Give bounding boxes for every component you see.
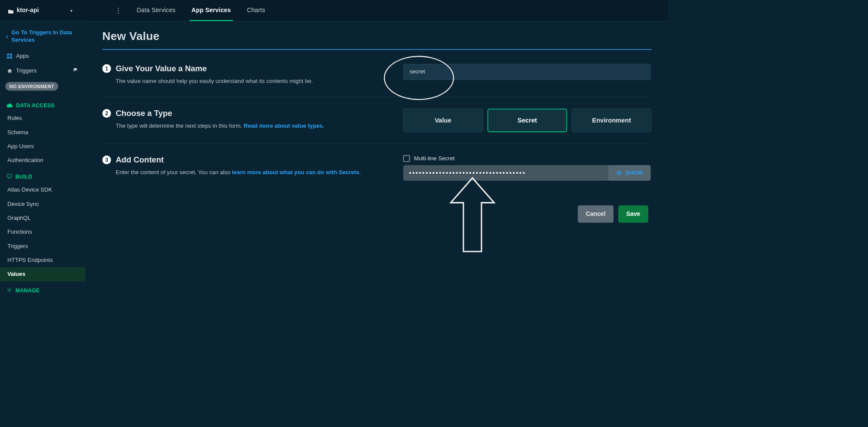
sidebar-item-authentication[interactable]: Authentication [0, 153, 85, 167]
type-option-environment[interactable]: Environment [572, 109, 651, 132]
section-manage: MANAGE [0, 281, 85, 296]
project-name: ktor-api [17, 7, 39, 14]
topbar: ktor-api ▼ ⋮ Data Services App Services … [0, 0, 668, 21]
svg-rect-4 [7, 174, 11, 177]
svg-rect-1 [10, 53, 12, 56]
main-content: New Value 1 Give Your Value a Name The v… [86, 21, 668, 329]
sidebar-item-triggers[interactable]: Triggers [0, 239, 85, 253]
svg-rect-0 [7, 53, 9, 56]
form-actions: Cancel Save [102, 205, 652, 223]
step-1: 1 Give Your Value a Name The value name … [102, 53, 652, 97]
type-selector: Value Secret Environment [403, 109, 652, 132]
step-1-title: Give Your Value a Name [116, 64, 389, 73]
sidebar-item-https-endpoints[interactable]: HTTPS Endpoints [0, 253, 85, 267]
folder-icon [8, 8, 14, 13]
sidebar: ‹ Go To Triggers In Data Services Apps T… [0, 21, 86, 329]
chevron-down-icon: ▼ [69, 9, 73, 13]
sidebar-item-device-sync[interactable]: Device Sync [0, 197, 85, 211]
step-3: 3 Add Content Enter the content of your … [102, 144, 652, 192]
cloud-icon [7, 103, 13, 109]
top-tabs: Data Services App Services Charts [135, 0, 267, 21]
tab-charts[interactable]: Charts [245, 0, 267, 21]
chevron-left-icon: ‹ [6, 33, 8, 41]
step-2-desc: The type will determine the next steps i… [116, 122, 389, 130]
sidebar-item-triggers-root[interactable]: Triggers [0, 63, 85, 79]
checkbox-icon [403, 155, 410, 162]
sidebar-item-schema[interactable]: Schema [0, 126, 85, 139]
type-option-secret[interactable]: Secret [488, 109, 567, 132]
step-badge-3: 3 [102, 156, 111, 164]
sidebar-item-values[interactable]: Values [0, 267, 85, 281]
step-2-title: Choose a Type [116, 109, 389, 118]
sidebar-item-functions[interactable]: Functions [0, 225, 85, 239]
more-menu[interactable]: ⋮ [110, 6, 127, 15]
sidebar-item-atlas-sdk[interactable]: Atlas Device SDK [0, 183, 85, 197]
show-label: SHOW [626, 170, 643, 176]
secrets-learn-more-link[interactable]: learn more about what you can do with Se… [232, 169, 359, 175]
value-types-link[interactable]: Read more about value types [244, 122, 323, 129]
show-secret-button[interactable]: SHOW [609, 165, 651, 180]
tab-data-services[interactable]: Data Services [135, 0, 178, 21]
sidebar-item-label: Triggers [16, 68, 37, 74]
multiline-checkbox[interactable]: Multi-line Secret [403, 155, 652, 162]
page-title: New Value [102, 30, 652, 43]
step-2: 2 Choose a Type The type will determine … [102, 97, 652, 144]
monitor-icon [7, 174, 12, 180]
gear-icon [7, 287, 12, 294]
environment-badge: NO ENVIRONMENT [5, 82, 58, 91]
tab-app-services[interactable]: App Services [189, 0, 233, 21]
save-button[interactable]: Save [618, 205, 648, 223]
sidebar-item-rules[interactable]: Rules [0, 111, 85, 125]
sidebar-item-app-users[interactable]: App Users [0, 139, 85, 153]
home-icon [7, 68, 13, 74]
back-label: Go To Triggers In Data Services [11, 29, 79, 44]
svg-rect-3 [10, 56, 12, 59]
svg-point-6 [618, 172, 620, 173]
svg-rect-2 [7, 56, 9, 59]
sidebar-item-graphql[interactable]: GraphQL [0, 211, 85, 225]
sidebar-item-label: Apps [16, 53, 29, 60]
multiline-label: Multi-line Secret [414, 155, 455, 162]
value-name-input[interactable] [403, 64, 651, 80]
sidebar-item-apps[interactable]: Apps [0, 49, 85, 63]
step-1-desc: The value name should help you easily un… [116, 77, 389, 86]
section-build: BUILD [0, 168, 85, 183]
back-to-triggers[interactable]: ‹ Go To Triggers In Data Services [0, 27, 85, 49]
project-selector[interactable]: ktor-api ▼ [8, 7, 110, 14]
apps-icon [7, 53, 13, 59]
flag-icon [73, 67, 79, 74]
step-badge-2: 2 [102, 109, 111, 118]
eye-icon [616, 170, 622, 176]
svg-point-5 [9, 289, 10, 291]
secret-content-input[interactable] [403, 165, 609, 180]
step-3-title: Add Content [116, 155, 389, 165]
step-badge-1: 1 [102, 64, 111, 73]
cancel-button[interactable]: Cancel [578, 205, 613, 223]
section-data-access: DATA ACCESS [0, 96, 85, 111]
header-divider [102, 49, 652, 50]
step-3-desc: Enter the content of your secret. You ca… [116, 169, 389, 177]
type-option-value[interactable]: Value [403, 109, 483, 132]
